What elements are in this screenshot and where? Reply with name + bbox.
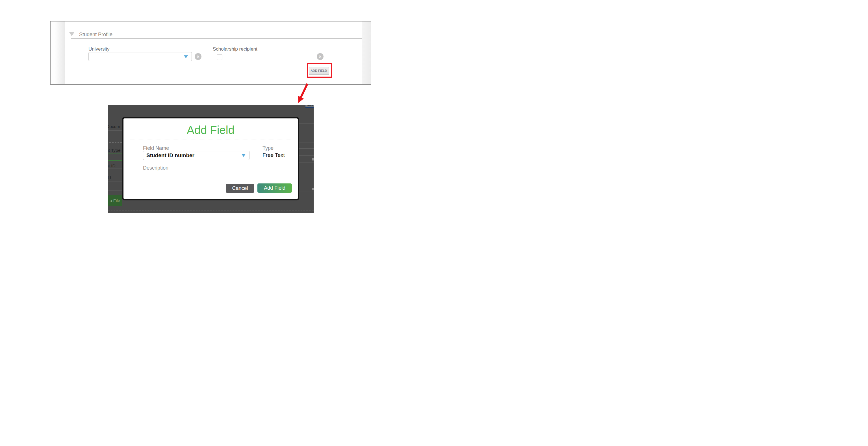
background-divider — [299, 191, 314, 192]
field-name-dropdown[interactable]: Student ID number — [143, 151, 249, 160]
remove-university-field-icon[interactable]: ✕ — [195, 53, 202, 60]
background-green-underline — [108, 160, 122, 161]
type-label: Type — [262, 145, 274, 151]
background-dashed-divider — [108, 211, 314, 211]
annotation-arrow — [291, 81, 314, 106]
background-divider — [108, 181, 122, 181]
background-row-fragment: ID — [108, 175, 111, 181]
chevron-down-icon[interactable] — [242, 154, 246, 157]
add-field-button[interactable]: ADD FIELD — [309, 67, 329, 74]
background-file-button-fragment: a File — [108, 195, 122, 206]
background-add-button-fragment: ADD — [305, 105, 314, 108]
university-dropdown[interactable] — [88, 52, 192, 61]
background-divider — [108, 168, 122, 169]
description-label: Description — [143, 165, 168, 171]
add-field-submit-button[interactable]: Add Field — [257, 183, 292, 193]
panel-left-edge — [51, 22, 65, 84]
scholarship-label: Scholarship recipient — [213, 46, 257, 52]
student-profile-panel: Student Profile University ✕ Scholarship… — [50, 21, 371, 85]
cancel-button[interactable]: Cancel — [226, 184, 254, 193]
chevron-down-icon[interactable] — [184, 55, 188, 58]
background-ui-fragment — [312, 188, 314, 190]
add-field-modal: Add Field Field Name Student ID number T… — [122, 117, 299, 200]
background-divider — [299, 162, 314, 163]
section-divider — [71, 38, 362, 39]
collapse-section-icon[interactable] — [69, 32, 74, 36]
modal-title-divider — [130, 140, 291, 140]
background-green-underline — [108, 153, 122, 153]
section-title: Student Profile — [79, 32, 113, 38]
background-file-button-label: a File — [110, 198, 120, 203]
background-tab-fragment: Docum — [108, 124, 120, 129]
panel-right-edge — [362, 22, 371, 84]
background-row-fragment: nt Type — [108, 148, 121, 153]
university-label: University — [88, 46, 110, 52]
field-name-value: Student ID number — [143, 152, 242, 158]
page-canvas: Student Profile University ✕ Scholarship… — [0, 0, 434, 223]
background-dashed-divider — [108, 142, 122, 143]
background-add-button-label: ADD — [307, 105, 313, 107]
background-divider — [299, 148, 314, 149]
background-ui-fragment — [312, 158, 314, 160]
modal-title: Add Field — [123, 124, 298, 137]
background-dashed-divider — [299, 134, 314, 134]
background-divider — [108, 190, 122, 191]
background-divider — [299, 155, 314, 156]
field-name-label: Field Name — [143, 145, 169, 151]
scholarship-checkbox[interactable] — [217, 54, 222, 60]
type-value: Free Text — [262, 152, 285, 158]
background-row-fragment: nt ID — [108, 163, 116, 169]
background-divider — [299, 142, 314, 143]
remove-scholarship-field-icon[interactable]: ✕ — [317, 53, 323, 60]
